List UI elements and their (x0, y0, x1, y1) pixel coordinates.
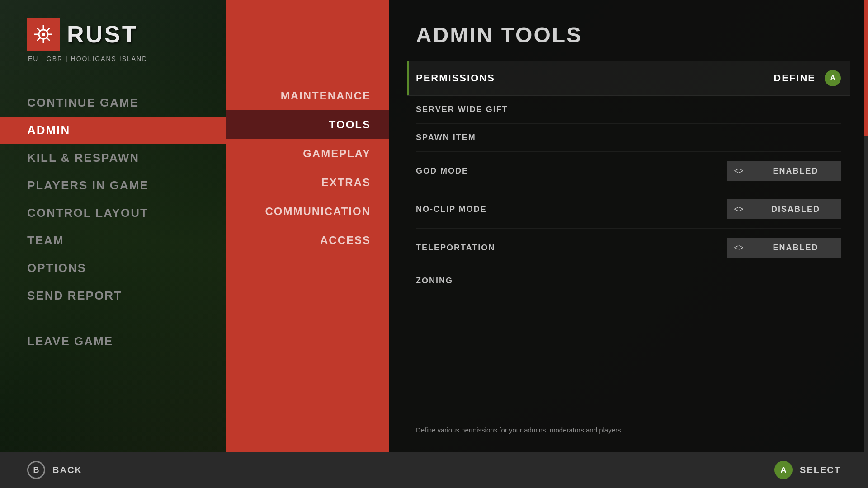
settings-row-permissions[interactable]: PERMISSIONS DEFINE A (407, 61, 850, 96)
right-panel: ADMIN TOOLS PERMISSIONS DEFINE A SERVER … (389, 0, 868, 452)
back-button[interactable]: B Back (27, 461, 82, 479)
nav-item-admin[interactable]: ADMIN (0, 117, 226, 144)
logo-area: RUST (27, 18, 226, 51)
svg-point-2 (42, 33, 45, 36)
panel-title: ADMIN TOOLS (416, 23, 841, 47)
server-info: EU | GBR | HOOLIGANS ISLAND (28, 55, 226, 62)
bottom-bar: B Back A Select (0, 452, 868, 488)
rust-logo-icon (27, 18, 60, 51)
logo-text: RUST (67, 21, 138, 48)
teleportation-label: TELEPORTATION (416, 243, 727, 253)
nav-item-options[interactable]: OPTIONS (27, 255, 226, 282)
back-label: Back (52, 465, 82, 475)
nav-item-kill-respawn[interactable]: KILL & RESPAWN (27, 145, 226, 171)
teleportation-toggle[interactable]: <> ENABLED (727, 238, 841, 258)
sub-item-maintenance[interactable]: MAINTENANCE (226, 81, 389, 110)
no-clip-mode-toggle[interactable]: <> DISABLED (727, 199, 841, 219)
nav-item-control-layout[interactable]: CONTROL LAYOUT (27, 200, 226, 226)
no-clip-mode-value: DISABLED (750, 199, 841, 219)
teleportation-arrow[interactable]: <> (727, 238, 750, 258)
god-mode-arrow[interactable]: <> (727, 161, 750, 181)
select-label: Select (800, 465, 841, 475)
scrollbar[interactable] (864, 0, 868, 452)
nav-item-team[interactable]: TEAM (27, 227, 226, 254)
settings-row-god-mode[interactable]: GOD MODE <> ENABLED (416, 152, 841, 190)
settings-row-server-wide-gift[interactable]: SERVER WIDE GIFT (416, 96, 841, 124)
nav-item-leave-game[interactable]: LEAVE GAME (27, 328, 226, 355)
middle-panel: MAINTENANCE TOOLS GAMEPLAY EXTRAS COMMUN… (226, 0, 389, 452)
sub-menu: MAINTENANCE TOOLS GAMEPLAY EXTRAS COMMUN… (226, 81, 389, 255)
select-button[interactable]: A Select (774, 461, 841, 479)
define-text: DEFINE (774, 72, 816, 84)
zoning-label: ZONING (416, 276, 841, 286)
scrollbar-thumb (864, 0, 868, 136)
sub-item-tools[interactable]: TOOLS (226, 110, 389, 139)
sub-item-communication[interactable]: COMMUNICATION (226, 197, 389, 226)
settings-row-teleportation[interactable]: TELEPORTATION <> ENABLED (416, 229, 841, 267)
a-badge-permissions: A (825, 70, 841, 86)
permissions-label: PERMISSIONS (416, 72, 774, 84)
sub-item-gameplay[interactable]: GAMEPLAY (226, 139, 389, 168)
settings-list: PERMISSIONS DEFINE A SERVER WIDE GIFT SP… (416, 61, 841, 413)
select-badge: A (774, 461, 793, 479)
nav-item-continue-game[interactable]: CONTINUE GAME (27, 89, 226, 116)
nav-menu: CONTINUE GAME ADMIN KILL & RESPAWN PLAYE… (27, 89, 226, 355)
god-mode-value: ENABLED (750, 161, 841, 181)
sub-item-extras[interactable]: EXTRAS (226, 168, 389, 197)
back-badge: B (27, 461, 45, 479)
no-clip-mode-label: NO-CLIP MODE (416, 205, 727, 214)
god-mode-label: GOD MODE (416, 166, 727, 176)
no-clip-mode-arrow[interactable]: <> (727, 199, 750, 219)
god-mode-toggle[interactable]: <> ENABLED (727, 161, 841, 181)
teleportation-value: ENABLED (750, 238, 841, 258)
server-wide-gift-label: SERVER WIDE GIFT (416, 105, 841, 114)
nav-item-players-in-game[interactable]: PLAYERS IN GAME (27, 172, 226, 199)
sub-item-access[interactable]: ACCESS (226, 226, 389, 255)
settings-row-zoning[interactable]: ZONING (416, 267, 841, 295)
settings-row-no-clip-mode[interactable]: NO-CLIP MODE <> DISABLED (416, 190, 841, 229)
settings-row-spawn-item[interactable]: SPAWN ITEM (416, 124, 841, 152)
description-text: Define various permissions for your admi… (416, 413, 841, 434)
left-panel: RUST EU | GBR | HOOLIGANS ISLAND CONTINU… (0, 0, 226, 452)
nav-item-send-report[interactable]: SEND REPORT (27, 282, 226, 309)
spawn-item-label: SPAWN ITEM (416, 133, 841, 142)
